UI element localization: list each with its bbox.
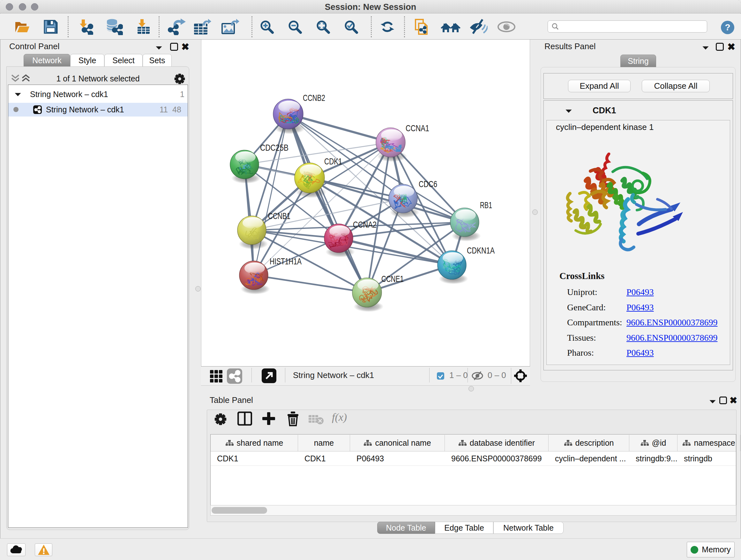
svg-text:CCNA1: CCNA1: [406, 123, 429, 133]
svg-text:?: ?: [725, 22, 730, 32]
svg-text:CDC25B: CDC25B: [260, 143, 288, 152]
svg-text:CCNB1: CCNB1: [268, 211, 290, 221]
svg-text:CDKN1A: CDKN1A: [467, 246, 495, 255]
svg-text:CCNE1: CCNE1: [381, 274, 404, 284]
svg-text:CDK1: CDK1: [324, 157, 342, 166]
svg-text:CDC6: CDC6: [419, 179, 437, 189]
svg-text:RB1: RB1: [480, 200, 492, 210]
svg-text:HIST1H1A: HIST1H1A: [270, 256, 301, 266]
svg-text:CCNB2: CCNB2: [303, 93, 325, 103]
svg-text:CCNA2: CCNA2: [353, 220, 377, 230]
